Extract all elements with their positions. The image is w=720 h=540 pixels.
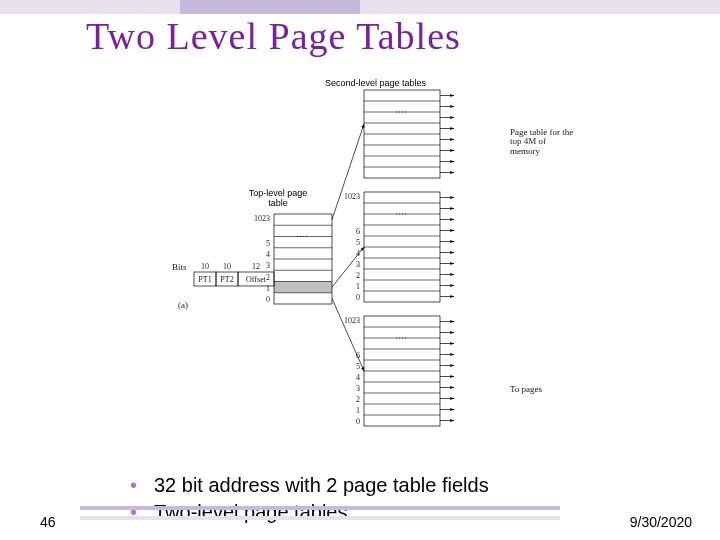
slide-title: Two Level Page Tables [86,14,461,58]
footer-page-number: 46 [40,514,56,530]
svg-text:0: 0 [356,417,360,426]
svg-text:1: 1 [266,284,270,293]
svg-text:6: 6 [356,351,360,360]
svg-text:4: 4 [266,250,270,259]
svg-text:3: 3 [266,261,270,270]
svg-text:10: 10 [201,262,209,271]
svg-text:5: 5 [266,239,270,248]
two-level-diagram: 10230123456102301234561023012345PT110PT2… [154,74,550,438]
svg-text:2: 2 [356,395,360,404]
svg-text:1023: 1023 [344,316,360,325]
svg-text:1: 1 [356,406,360,415]
svg-line-92 [332,124,364,220]
svg-rect-75 [274,282,332,293]
bullet-item: 32 bit address with 2 page table fields [130,472,489,499]
svg-text:5: 5 [356,238,360,247]
decoration-bar [0,0,720,14]
footer-divider [80,506,560,520]
svg-text:1: 1 [356,282,360,291]
svg-text:10: 10 [223,262,231,271]
svg-line-94 [332,298,364,371]
svg-text:0: 0 [356,293,360,302]
svg-text:6: 6 [356,227,360,236]
svg-text:3: 3 [356,384,360,393]
svg-text:1023: 1023 [254,214,270,223]
bullet-text: 32 bit address with 2 page table fields [154,474,489,496]
decoration-bar-dark [180,0,360,14]
svg-text:12: 12 [252,262,260,271]
svg-text:2: 2 [266,273,270,282]
svg-text:3: 3 [356,260,360,269]
svg-text:Offset: Offset [246,275,267,284]
svg-text:5: 5 [356,362,360,371]
svg-text:PT1: PT1 [198,275,211,284]
footer-date: 9/30/2020 [630,514,692,530]
svg-text:2: 2 [356,271,360,280]
svg-text:PT2: PT2 [220,275,233,284]
slide: Two Level Page Tables Second-level page … [0,0,720,540]
svg-text:0: 0 [266,295,270,304]
svg-text:1023: 1023 [344,192,360,201]
svg-text:4: 4 [356,373,360,382]
